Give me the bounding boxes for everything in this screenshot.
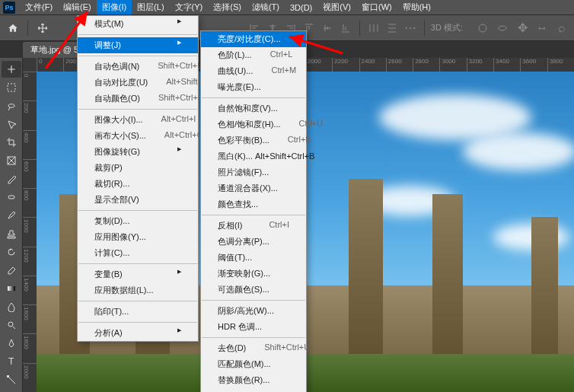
healing-tool-icon[interactable]: [2, 189, 21, 206]
image-menu-item[interactable]: 裁剪(P): [78, 160, 198, 176]
image-menu-item[interactable]: 画布大小(S)...Alt+Ctrl+C: [78, 128, 198, 144]
adjust-menu-item[interactable]: 色阶(L)...Ctrl+L: [201, 47, 306, 63]
menu-separator: [78, 263, 197, 264]
brush-tool-icon[interactable]: [2, 207, 21, 224]
eraser-tool-icon[interactable]: [2, 262, 21, 279]
adjust-menu-item[interactable]: 匹配颜色(M)...: [201, 356, 306, 372]
menu-separator: [78, 210, 197, 211]
adjust-menu-item[interactable]: HDR 色调...: [201, 319, 306, 335]
menu-type[interactable]: 文字(Y): [170, 0, 209, 14]
adjust-menu-item[interactable]: 曲线(U)...Ctrl+M: [201, 63, 306, 79]
distribute-v-icon[interactable]: [384, 21, 400, 36]
threeD-slide-icon[interactable]: ↔: [534, 21, 550, 36]
image-menu-item[interactable]: 陷印(T)...: [78, 304, 198, 320]
ruler-vertical[interactable]: 0200400600800100012001400160018002000: [23, 72, 37, 392]
image-menu-item[interactable]: 显示全部(V): [78, 192, 198, 208]
crop-tool-icon[interactable]: [2, 134, 21, 151]
adjust-menu-item[interactable]: 色调均化(Q): [201, 388, 306, 392]
menu-separator: [202, 300, 305, 301]
image-menu-item[interactable]: 复制(D)...: [78, 213, 198, 229]
adjust-menu-item[interactable]: 黑白(K)... Alt+Shift+Ctrl+B: [201, 148, 306, 164]
adjust-menu-item[interactable]: 色调分离(P)...: [201, 234, 306, 250]
eyedropper-tool-icon[interactable]: [2, 171, 21, 187]
adjust-menu-item[interactable]: 色相/饱和度(H)...Ctrl+U: [201, 116, 306, 132]
image-menu-item[interactable]: 自动色调(N)Shift+Ctrl+L: [78, 59, 198, 75]
align-bottom-icon[interactable]: [338, 21, 353, 36]
menu-view[interactable]: 视图(V): [317, 0, 356, 14]
adjust-menu-item[interactable]: 去色(D)Shift+Ctrl+U: [201, 340, 306, 356]
threeD-zoom-icon[interactable]: ⌕: [554, 21, 569, 36]
adjust-menu-item[interactable]: 颜色查找...: [201, 196, 306, 212]
menu-separator: [202, 337, 305, 338]
menu-layer[interactable]: 图层(L): [132, 0, 169, 14]
menu-filter[interactable]: 滤镜(T): [247, 0, 285, 14]
menu-separator: [202, 97, 305, 98]
menu-edit[interactable]: 编辑(E): [58, 0, 97, 14]
type-tool-icon[interactable]: T: [2, 353, 21, 370]
svg-rect-5: [8, 286, 15, 291]
svg-rect-2: [8, 84, 15, 91]
threeD-orbit-icon[interactable]: [475, 21, 490, 36]
adjust-menu-item[interactable]: 可选颜色(S)...: [201, 282, 306, 298]
distribute-h-icon[interactable]: [366, 21, 381, 36]
image-menu-item[interactable]: 变量(B): [78, 266, 198, 282]
gradient-tool-icon[interactable]: [2, 280, 21, 297]
menubar: Ps 文件(F) 编辑(E) 图像(I) 图层(L) 文字(Y) 选择(S) 滤…: [0, 0, 574, 15]
menu-separator: [78, 34, 197, 35]
adjust-menu-item[interactable]: 通道混合器(X)...: [201, 180, 306, 196]
image-menu-item[interactable]: 调整(J): [78, 37, 198, 53]
image-menu-item[interactable]: 裁切(R)...: [78, 176, 198, 192]
image-menu-item[interactable]: 应用数据组(L)...: [78, 282, 198, 298]
image-menu-item[interactable]: 自动颜色(O)Shift+Ctrl+B: [78, 91, 198, 107]
adjust-menu-item[interactable]: 渐变映射(G)...: [201, 266, 306, 282]
adjust-menu-item[interactable]: 色彩平衡(B)...Ctrl+B: [201, 132, 306, 148]
image-menu-item[interactable]: 计算(C)...: [78, 245, 198, 261]
adjust-menu-item[interactable]: 替换颜色(R)...: [201, 372, 306, 388]
svg-point-1: [499, 26, 506, 30]
image-menu-item[interactable]: 自动对比度(U)Alt+Shift+Ctrl+L: [78, 75, 198, 91]
image-menu-item[interactable]: 图像旋转(G): [78, 144, 198, 160]
threeD-pan-icon[interactable]: ✥: [515, 21, 530, 36]
home-icon[interactable]: [5, 20, 21, 37]
adjust-menu-item[interactable]: 阴影/高光(W)...: [201, 303, 306, 319]
pen-tool-icon[interactable]: [2, 335, 21, 352]
frame-tool-icon[interactable]: [2, 152, 21, 169]
menu-separator: [78, 56, 197, 56]
menu-help[interactable]: 帮助(H): [397, 0, 436, 14]
menu-image[interactable]: 图像(I): [97, 0, 132, 14]
adjust-menu-item[interactable]: 照片滤镜(F)...: [201, 164, 306, 180]
image-menu-item[interactable]: 分析(A): [78, 325, 198, 341]
ruler-corner: [23, 58, 37, 72]
adjust-menu-item[interactable]: 自然饱和度(V)...: [201, 100, 306, 116]
align-middle-icon[interactable]: [320, 21, 335, 36]
image-menu-item[interactable]: 模式(M): [78, 16, 198, 32]
menu-3d[interactable]: 3D(D): [285, 2, 317, 14]
adjust-menu-item[interactable]: 反相(I)Ctrl+I: [201, 218, 306, 234]
adjust-menu-item[interactable]: 曝光度(E)...: [201, 79, 306, 95]
image-menu-item[interactable]: 图像大小(I)...Alt+Ctrl+I: [78, 112, 198, 128]
separator: [359, 21, 360, 36]
lasso-tool-icon[interactable]: [2, 97, 21, 114]
svg-rect-4: [8, 196, 14, 199]
path-tool-icon[interactable]: [2, 371, 21, 388]
move-tool-icon[interactable]: [34, 20, 51, 37]
dodge-tool-icon[interactable]: [2, 317, 21, 333]
threeD-roll-icon[interactable]: [495, 21, 510, 36]
threeD-mode-label: 3D 模式:: [431, 22, 463, 33]
adjust-menu-item[interactable]: 阈值(T)...: [201, 250, 306, 266]
move-tool-icon[interactable]: [2, 61, 21, 78]
toolbox: T: [0, 58, 23, 392]
adjust-menu-item[interactable]: 亮度/对比度(C)...: [201, 31, 306, 47]
menu-select[interactable]: 选择(S): [208, 0, 247, 14]
menu-window[interactable]: 窗口(W): [356, 0, 397, 14]
stamp-tool-icon[interactable]: [2, 225, 21, 242]
adjustments-submenu: 亮度/对比度(C)...色阶(L)...Ctrl+L曲线(U)...Ctrl+M…: [200, 30, 307, 392]
history-brush-tool-icon[interactable]: [2, 244, 21, 260]
image-menu-item[interactable]: 应用图像(Y)...: [78, 229, 198, 245]
blur-tool-icon[interactable]: [2, 298, 21, 315]
marquee-tool-icon[interactable]: [2, 79, 21, 96]
svg-point-0: [479, 24, 486, 32]
menu-file[interactable]: 文件(F): [20, 0, 58, 14]
quickselect-tool-icon[interactable]: [2, 116, 21, 132]
more-icon[interactable]: ⋯: [403, 21, 418, 36]
